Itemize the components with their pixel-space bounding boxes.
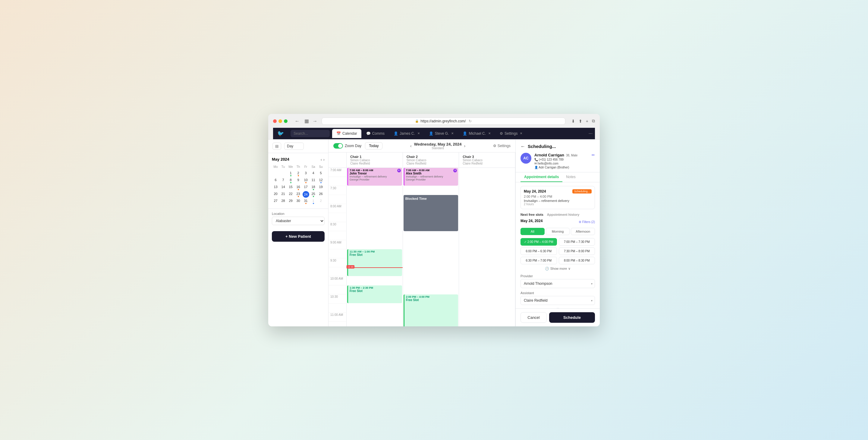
mini-cal-day[interactable]: 5 xyxy=(317,170,324,177)
james-tab-close[interactable]: ✕ xyxy=(417,132,420,135)
mini-cal-next[interactable]: › xyxy=(323,157,324,162)
mini-cal-day[interactable] xyxy=(279,170,287,177)
event-close-icon[interactable]: ✕ xyxy=(453,169,457,172)
mini-cal-day[interactable]: 26 xyxy=(317,191,324,198)
tab-comms[interactable]: 💬 Comms xyxy=(362,129,389,138)
provider-select[interactable]: Arnold Thompson xyxy=(521,279,595,288)
tab-notes[interactable]: Notes xyxy=(562,172,579,182)
mini-cal-day[interactable]: 3 xyxy=(302,170,310,177)
mini-cal-day[interactable]: 17 xyxy=(302,184,310,191)
event-alex-smith[interactable]: ✕ 7:00 AM – 8:00 AM Alex Smith Invisalig… xyxy=(404,168,458,186)
assistant-select[interactable]: Claire Redfield xyxy=(521,296,595,305)
filter-tab-morning[interactable]: Morning xyxy=(546,228,570,235)
mini-cal-day[interactable]: 1 xyxy=(310,198,317,205)
mini-cal-day[interactable]: 19 xyxy=(317,184,324,191)
calendar-settings-button[interactable]: ⚙ Settings xyxy=(493,144,510,148)
mini-cal-day[interactable]: 25 xyxy=(310,191,317,198)
event-blocked[interactable]: Blocked Time xyxy=(404,195,458,231)
back-button[interactable]: ← xyxy=(293,118,301,124)
mini-cal-day[interactable]: 27 xyxy=(272,198,279,205)
zoom-toggle-switch[interactable] xyxy=(333,143,343,149)
next-free-slots-label[interactable]: Next free slots xyxy=(521,213,544,216)
mini-cal-day[interactable]: 8 xyxy=(287,177,294,184)
mini-cal-day[interactable]: 29 xyxy=(287,198,294,205)
filter-tab-all[interactable]: All xyxy=(521,228,545,235)
mini-cal-day[interactable]: 1 xyxy=(287,170,294,177)
search-input[interactable] xyxy=(290,130,330,137)
time-slot-btn[interactable]: 7:30 PM – 8:00 PM xyxy=(559,247,595,255)
mini-cal-day[interactable]: 2 xyxy=(294,170,302,177)
mini-cal-day[interactable]: 12 xyxy=(317,177,324,184)
mini-cal-day[interactable]: 30 xyxy=(294,198,302,205)
event-free-slot-3[interactable]: 2:00 PM – 4:00 PM Free Slot xyxy=(404,294,458,326)
today-button[interactable]: Today xyxy=(365,142,382,150)
mini-cal-day[interactable]: 11 xyxy=(310,177,317,184)
close-traffic-light[interactable] xyxy=(273,119,277,123)
event-free-slot-2[interactable]: 1:30 PM – 2:30 PM Free Slot xyxy=(347,285,402,303)
mini-cal-day[interactable]: 31 xyxy=(302,198,310,205)
time-slot-btn[interactable]: 7:00 PM – 7:30 PM xyxy=(559,238,595,246)
view-select[interactable]: Day Week xyxy=(284,143,304,150)
time-slot-btn[interactable]: 6:30 PM – 7:00 PM xyxy=(521,257,557,264)
minimize-traffic-light[interactable] xyxy=(278,119,282,123)
sidebar-toggle-btn[interactable]: ▤ xyxy=(273,143,281,150)
patient-edit-button[interactable]: ✏ xyxy=(592,153,595,157)
mini-cal-day[interactable]: 21 xyxy=(279,191,287,198)
mini-cal-day[interactable]: 13 xyxy=(272,184,279,191)
mini-cal-prev[interactable]: ‹ xyxy=(321,157,322,162)
mini-cal-day[interactable]: 14 xyxy=(279,184,287,191)
mini-cal-day[interactable]: 9 xyxy=(294,177,302,184)
mini-cal-day[interactable] xyxy=(272,170,279,177)
more-tabs-button[interactable]: ··· xyxy=(586,128,595,138)
mini-cal-day[interactable]: 23 xyxy=(294,191,302,198)
steve-tab-close[interactable]: ✕ xyxy=(451,132,454,135)
tab-michael[interactable]: 👤 Michael C. ✕ xyxy=(458,129,495,138)
event-close-icon[interactable]: ✕ xyxy=(397,169,401,172)
tab-steve[interactable]: 👤 Steve G. ✕ xyxy=(425,129,458,138)
mini-cal-day[interactable]: 2 xyxy=(317,198,324,205)
mini-cal-day[interactable]: 4 xyxy=(310,170,317,177)
mini-cal-day[interactable]: 18 xyxy=(310,184,317,191)
address-bar[interactable]: 🔒 https://admin.greyfinch.com/ ↻ xyxy=(321,118,565,125)
appointment-history-label[interactable]: Appointment history xyxy=(547,213,580,216)
settings-tab-close[interactable]: ✕ xyxy=(520,132,522,135)
mini-cal-day[interactable]: 7 xyxy=(279,177,287,184)
event-free-slot-1[interactable]: 11:30 AM – 1:00 PM Free Slot xyxy=(347,249,402,276)
mini-cal-day[interactable]: 16 xyxy=(294,184,302,191)
event-john-trevor[interactable]: ✕ 7:00 AM – 8:00 AM John Trevor Invisali… xyxy=(347,168,402,186)
mini-cal-day[interactable]: 22 xyxy=(287,191,294,198)
cancel-button[interactable]: Cancel xyxy=(521,312,547,323)
tab-settings[interactable]: ⚙ Settings ✕ xyxy=(495,129,527,138)
slots-date-row: May 24, 2024 ⚙ Filters (2) xyxy=(521,219,595,225)
share-button[interactable]: ⬆ xyxy=(579,119,582,124)
time-slot-btn[interactable]: 8:00 PM – 8:30 PM xyxy=(559,257,595,264)
next-date-button[interactable]: › xyxy=(464,144,465,148)
forward-button[interactable]: → xyxy=(311,118,318,124)
sidebar-toggle[interactable]: ▦ xyxy=(304,118,309,124)
new-tab-button[interactable]: + xyxy=(586,119,588,124)
location-select[interactable]: Alabaster xyxy=(272,217,324,225)
filter-tab-afternoon[interactable]: Afternoon xyxy=(571,228,595,235)
michael-tab-close[interactable]: ✕ xyxy=(488,132,491,135)
windows-button[interactable]: ⧉ xyxy=(592,119,595,124)
filter-button[interactable]: ⚙ Filters (2) xyxy=(579,220,595,224)
show-more-button[interactable]: 🕐 Show more ∨ xyxy=(521,267,595,271)
mini-cal-day-today[interactable]: 24 xyxy=(303,191,309,198)
refresh-icon[interactable]: ↻ xyxy=(469,119,472,123)
mini-cal-day[interactable]: 20 xyxy=(272,191,279,198)
mini-cal-day[interactable]: 10 xyxy=(302,177,310,184)
schedule-button[interactable]: Schedule xyxy=(549,312,595,323)
time-slot-selected[interactable]: ✓ 2:00 PM – 4:00 PM xyxy=(521,238,557,246)
panel-back-button[interactable]: ← xyxy=(521,144,525,149)
tab-calendar[interactable]: 📅 Calendar xyxy=(332,129,361,138)
tab-james[interactable]: 👤 James C. ✕ xyxy=(390,129,424,138)
mini-cal-day[interactable]: 15 xyxy=(287,184,294,191)
prev-date-button[interactable]: ‹ xyxy=(410,144,412,148)
tab-appointment-details[interactable]: Appointment details xyxy=(521,172,562,182)
download-button[interactable]: ⬇ xyxy=(571,119,575,124)
maximize-traffic-light[interactable] xyxy=(284,119,287,123)
new-patient-button[interactable]: + New Patient xyxy=(272,231,324,242)
mini-cal-day[interactable]: 28 xyxy=(279,198,287,205)
time-slot-btn[interactable]: 6:00 PM – 6:30 PM xyxy=(521,247,557,255)
mini-cal-day[interactable]: 6 xyxy=(272,177,279,184)
